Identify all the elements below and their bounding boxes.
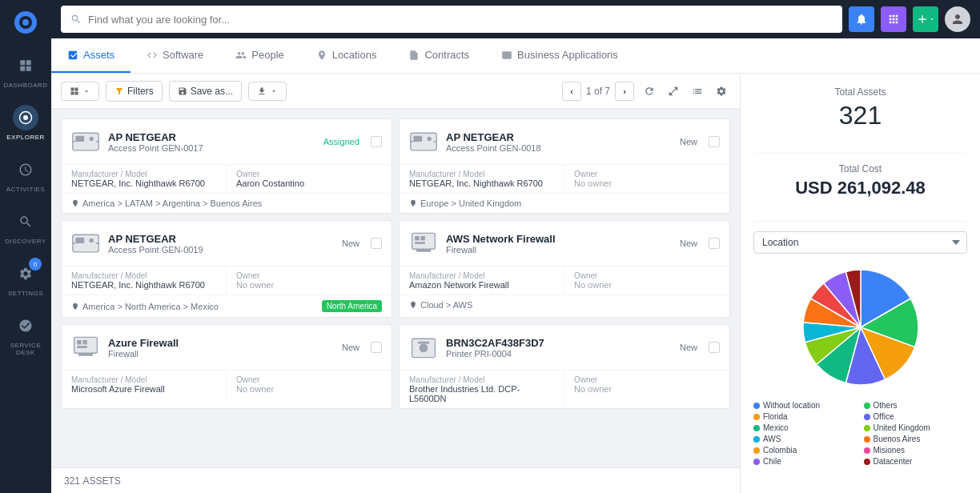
legend-item: Office [864, 412, 968, 421]
svg-rect-20 [412, 233, 436, 249]
download-icon [257, 86, 267, 96]
notification-icon[interactable] [849, 6, 874, 32]
asset-type-icon [409, 229, 438, 258]
asset-type-icon [409, 333, 438, 362]
asset-select-checkbox[interactable] [709, 136, 720, 147]
asset-grid: AP NETGEAR Access Point GEN-0017 Assigne… [51, 109, 740, 467]
topbar [51, 0, 980, 38]
search-input[interactable] [88, 14, 833, 26]
filters-button[interactable]: Filters [106, 81, 163, 102]
add-icon[interactable] [913, 6, 938, 32]
app-logo[interactable] [0, 0, 51, 45]
asset-select-checkbox[interactable] [709, 342, 720, 353]
download-button[interactable] [248, 82, 287, 101]
save-as-button[interactable]: Save as... [169, 81, 242, 102]
filter-icon [114, 86, 124, 96]
asset-select-checkbox[interactable] [371, 136, 382, 147]
list-view-button[interactable] [689, 82, 706, 100]
sidebar-item-settings[interactable]: 0 SETTINGS [0, 253, 51, 305]
svg-rect-22 [420, 236, 424, 240]
refresh-button[interactable] [641, 82, 658, 100]
nav-tabs: Assets Software People Locations Contrac… [51, 38, 980, 74]
asset-card: AP NETGEAR Access Point GEN-0018 New Man… [399, 118, 730, 214]
pagination: ‹ 1 of 7 › [562, 82, 634, 101]
sidebar-item-explorer[interactable]: EXPLORER [0, 97, 51, 149]
asset-card: AP NETGEAR Access Point GEN-0017 Assigne… [61, 118, 392, 214]
pie-chart-container [753, 263, 967, 391]
total-cost-section: Total Cost USD 261,092.48 [753, 163, 967, 198]
svg-rect-21 [415, 236, 419, 240]
asset-select-checkbox[interactable] [709, 238, 720, 249]
grid-icon [70, 86, 79, 96]
expand-icon [668, 86, 679, 97]
legend-item: Chile [753, 457, 858, 466]
asset-select-checkbox[interactable] [371, 342, 382, 353]
software-icon [147, 50, 158, 61]
svg-point-12 [428, 137, 432, 141]
next-page-button[interactable]: › [615, 82, 634, 101]
status-bar: 321 ASSETS [51, 467, 740, 493]
tab-assets[interactable]: Assets [51, 38, 131, 73]
location-pin-icon [71, 303, 79, 311]
location-pin-icon [409, 199, 417, 207]
tab-people[interactable]: People [219, 38, 299, 73]
asset-type-icon [71, 127, 100, 156]
svg-rect-25 [74, 337, 98, 353]
legend-item: Datacenter [864, 457, 968, 466]
location-pin-icon [409, 301, 417, 309]
asset-card: BRN3C2AF438F3D7 Printer PRI-0004 New Man… [399, 324, 730, 409]
svg-rect-29 [78, 353, 93, 356]
tab-contracts[interactable]: Contracts [392, 38, 485, 73]
location-pin-icon [71, 199, 79, 207]
svg-point-2 [22, 19, 29, 26]
svg-point-31 [420, 344, 428, 353]
search-icon [70, 14, 82, 25]
svg-point-17 [90, 238, 94, 242]
toolbar: Filters Save as... ‹ 1 of 7 › [51, 74, 740, 109]
svg-rect-24 [416, 249, 431, 252]
svg-point-7 [90, 137, 94, 141]
chevron-down-icon [82, 87, 90, 95]
location-filter-select[interactable]: Location [753, 231, 967, 254]
column-settings-button[interactable] [713, 82, 730, 100]
topbar-icons [849, 6, 970, 32]
asset-type-icon [71, 333, 100, 362]
svg-rect-16 [75, 238, 84, 243]
svg-rect-6 [75, 136, 84, 142]
svg-rect-26 [77, 340, 81, 344]
asset-card: AWS Network Firewall Firewall New Manufa… [399, 220, 730, 318]
apps-icon[interactable] [881, 6, 906, 32]
tab-software[interactable]: Software [131, 38, 219, 73]
sidebar-item-dashboard[interactable]: DASHBOARD [0, 45, 51, 97]
tab-business-apps[interactable]: Business Applications [485, 38, 634, 73]
legend-item: AWS [753, 435, 858, 443]
view-toggle-button[interactable] [61, 82, 99, 101]
legend-item: Without location [753, 401, 858, 410]
right-panel: Total Assets 321 Total Cost USD 261,092.… [740, 74, 980, 493]
stat-divider [753, 153, 967, 154]
legend-item: Others [864, 401, 968, 410]
svg-rect-23 [415, 242, 425, 244]
asset-panel: Filters Save as... ‹ 1 of 7 › [51, 74, 740, 493]
asset-row: Azure Firewall Firewall New Manufacturer… [61, 324, 730, 409]
prev-page-button[interactable]: ‹ [562, 82, 581, 101]
tab-locations[interactable]: Locations [300, 38, 393, 73]
legend-item: Buenos Aires [864, 435, 968, 443]
user-avatar[interactable] [945, 6, 970, 32]
legend-item: United Kingdom [864, 423, 968, 432]
search-box[interactable] [61, 6, 842, 33]
content-area: Filters Save as... ‹ 1 of 7 › [51, 74, 980, 493]
asset-row: AP NETGEAR Access Point GEN-0019 New Man… [61, 220, 730, 318]
total-assets-section: Total Assets 321 [753, 86, 967, 130]
asset-card: AP NETGEAR Access Point GEN-0019 New Man… [61, 220, 392, 318]
svg-rect-27 [82, 340, 86, 344]
sidebar: DASHBOARD EXPLORER ACTIVITIES DISCOVERY … [0, 0, 51, 493]
locations-icon [316, 50, 327, 61]
pie-chart [797, 263, 925, 391]
sidebar-item-service-desk[interactable]: SERVICE DESK [0, 305, 51, 364]
sidebar-item-discovery[interactable]: DISCOVERY [0, 201, 51, 253]
asset-select-checkbox[interactable] [371, 238, 382, 249]
expand-button[interactable] [665, 82, 682, 100]
sidebar-item-activities[interactable]: ACTIVITIES [0, 149, 51, 201]
people-icon [235, 50, 247, 61]
